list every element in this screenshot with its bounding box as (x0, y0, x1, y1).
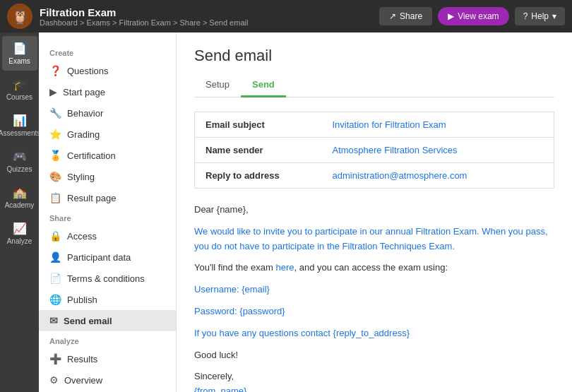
email-para2-part2: , and you can access the exam using: (294, 262, 448, 273)
sidebar-item-styling[interactable]: 🎨 Styling (39, 166, 176, 187)
analyze-icon: 📈 (13, 222, 27, 235)
styling-icon: 🎨 (49, 171, 61, 182)
breadcrumb-exam-name: Filtration Exam (119, 18, 171, 27)
sidebar-item-questions[interactable]: ❓ Questions (39, 60, 176, 81)
terms-conditions-icon: 📄 (49, 273, 61, 284)
email-contact: If you have any questions contact {reply… (194, 326, 554, 341)
username-line: Username: {email} (194, 284, 270, 295)
sidebar-item-certification[interactable]: 🏅 Certification (39, 145, 176, 166)
quizzes-icon: 🎮 (13, 150, 27, 163)
sidebar-item-behavior[interactable]: 🔧 Behavior (39, 102, 176, 124)
breadcrumb-exams: Exams (86, 18, 110, 27)
sidebar: Create ❓ Questions ▶ Start page 🔧 Behavi… (39, 32, 177, 392)
field-label-reply-to: Reply to address (195, 163, 322, 189)
exam-title: Filtration Exam (40, 6, 372, 18)
table-row: Email subject Invitation for Filtration … (195, 112, 554, 138)
share-section-title: Share (39, 208, 176, 225)
breadcrumb: Dashboard > Exams > Filtration Exam > Sh… (40, 18, 372, 27)
chevron-down-icon: ▾ (552, 11, 556, 21)
app-header: 🦉 Filtration Exam Dashboard > Exams > Fi… (0, 0, 572, 32)
field-value-email-subject: Invitation for Filtration Exam (322, 112, 554, 138)
grading-icon: ⭐ (49, 129, 61, 140)
email-para2: You'll find the exam here, and you can a… (194, 261, 554, 275)
academy-icon: 🏫 (13, 186, 27, 199)
behavior-icon: 🔧 (49, 107, 61, 119)
send-email-icon: ✉ (49, 315, 58, 326)
help-button[interactable]: ? Help ▾ (515, 7, 565, 25)
field-label-email-subject: Email subject (195, 112, 322, 138)
nav-item-analyze[interactable]: 📈 Analyze (2, 216, 37, 251)
breadcrumb-share: Share (179, 18, 200, 27)
field-value-name-sender: Atmosphere Filtration Services (322, 138, 554, 163)
logo-icon: 🦉 (11, 8, 29, 25)
analyze-section-title: Analyze (39, 331, 176, 348)
questions-icon: ❓ (49, 65, 61, 76)
from-name: {from_name} (194, 386, 246, 392)
filtration-techniques-link: Filtration Techniques Exam. (342, 241, 455, 251)
email-password: Password: {password} (194, 304, 554, 319)
assessments-icon: 📊 (13, 114, 27, 127)
access-icon: 🔒 (49, 230, 61, 242)
email-para2-part1: You'll find the exam (194, 262, 275, 273)
field-value-reply-to: administration@atmosphere.com (322, 163, 554, 189)
email-greeting: Dear {name}, (194, 203, 554, 218)
email-para1: We would like to invite you to participa… (194, 225, 554, 254)
sidebar-item-send-email[interactable]: ✉ Send email (39, 310, 176, 331)
left-nav: 📄 Exams 🎓 Courses 📊 Assessments 🎮 Quizze… (0, 32, 39, 392)
header-title-block: Filtration Exam Dashboard > Exams > Filt… (40, 6, 372, 27)
sincerely-text: Sincerely, (194, 371, 234, 381)
create-section-title: Create (39, 43, 176, 60)
email-username: Username: {email} (194, 283, 554, 297)
table-row: Reply to address administration@atmosphe… (195, 163, 554, 189)
header-actions: ↗ Share ▶ View exam ? Help ▾ (379, 7, 565, 25)
publish-icon: 🌐 (49, 294, 61, 305)
nav-item-quizzes[interactable]: 🎮 Quizzes (2, 144, 37, 179)
nav-item-exams[interactable]: 📄 Exams (2, 36, 37, 71)
play-icon: ▶ (448, 11, 454, 21)
nav-item-courses[interactable]: 🎓 Courses (2, 72, 37, 107)
sidebar-item-start-page[interactable]: ▶ Start page (39, 81, 176, 102)
sidebar-item-access[interactable]: 🔒 Access (39, 225, 176, 247)
courses-icon: 🎓 (13, 78, 27, 91)
exam-here-link: here (275, 262, 294, 273)
email-body: Dear {name}, We would like to invite you… (194, 203, 554, 392)
breadcrumb-dashboard: Dashboard (40, 18, 78, 27)
tabs-bar: Setup Send (194, 73, 554, 97)
email-info-table: Email subject Invitation for Filtration … (194, 112, 554, 189)
sidebar-item-grading[interactable]: ⭐ Grading (39, 124, 176, 145)
result-page-icon: 📋 (49, 192, 61, 203)
exams-icon: 📄 (13, 42, 27, 55)
help-icon: ? (523, 11, 528, 21)
table-row: Name sender Atmosphere Filtration Servic… (195, 138, 554, 163)
app-logo: 🦉 (7, 4, 32, 29)
email-good-luck: Good luck! (194, 348, 554, 363)
main-layout: 📄 Exams 🎓 Courses 📊 Assessments 🎮 Quizze… (0, 32, 572, 392)
sidebar-item-overview[interactable]: ⚙ Overview (39, 369, 176, 391)
nav-item-academy[interactable]: 🏫 Academy (2, 180, 37, 215)
tab-setup[interactable]: Setup (194, 73, 241, 97)
sidebar-item-participant-data[interactable]: 👤 Participant data (39, 247, 176, 268)
tab-send[interactable]: Send (241, 73, 286, 97)
breadcrumb-send-email: Send email (209, 18, 248, 27)
page-title: Send email (194, 47, 554, 65)
password-line: Password: {password} (194, 306, 285, 316)
participant-data-icon: 👤 (49, 251, 61, 263)
share-button[interactable]: ↗ Share (379, 7, 432, 25)
nav-item-assessments[interactable]: 📊 Assessments (2, 108, 37, 143)
main-content: Send email Setup Send Email subject Invi… (177, 32, 572, 392)
start-page-icon: ▶ (49, 86, 57, 97)
sidebar-item-results[interactable]: ➕ Results (39, 348, 176, 369)
share-icon: ↗ (389, 11, 396, 21)
sidebar-item-publish[interactable]: 🌐 Publish (39, 289, 176, 310)
certification-icon: 🏅 (49, 150, 61, 161)
results-icon: ➕ (49, 353, 61, 364)
view-exam-button[interactable]: ▶ View exam (438, 7, 508, 25)
sidebar-item-result-page[interactable]: 📋 Result page (39, 187, 176, 208)
field-label-name-sender: Name sender (195, 138, 322, 163)
contact-line: If you have any questions contact {reply… (194, 328, 410, 338)
overview-icon: ⚙ (49, 374, 59, 386)
email-sincerely: Sincerely, {from_name} (194, 369, 554, 392)
sidebar-item-terms-conditions[interactable]: 📄 Terms & conditions (39, 268, 176, 289)
